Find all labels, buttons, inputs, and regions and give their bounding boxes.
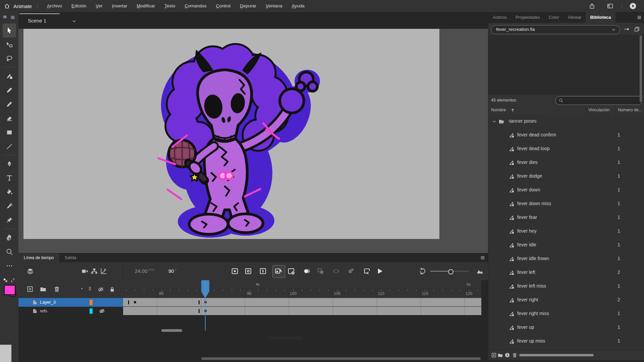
new-folder-button[interactable]: [40, 286, 47, 293]
frames-area[interactable]: [123, 298, 481, 315]
frame-span[interactable]: [201, 307, 481, 315]
zoom-slider-handle[interactable]: [448, 269, 453, 275]
layer-row-Layer_3[interactable]: Layer_3: [18, 298, 123, 307]
library-h-scrollbar-thumb[interactable]: [519, 354, 594, 356]
tool-fluid-brush[interactable]: [3, 69, 16, 83]
frame-span[interactable]: [123, 298, 130, 306]
loop-button[interactable]: [363, 267, 371, 275]
panel-tab-propiedades[interactable]: Propiedades: [511, 12, 544, 23]
library-item-row[interactable]: fever idle frown1: [488, 252, 644, 266]
menu-item-ayuda[interactable]: Ayuda: [287, 0, 309, 12]
stage-canvas[interactable]: [23, 29, 439, 239]
layer-color-swatch[interactable]: [90, 308, 93, 314]
library-item-name[interactable]: fever hey: [517, 228, 537, 234]
frame-span[interactable]: [123, 307, 201, 315]
menu-item-ver[interactable]: Ver: [91, 0, 107, 12]
panel-tab-activos[interactable]: Activos: [488, 12, 511, 23]
library-item-row[interactable]: fever up miss1: [488, 335, 644, 348]
panel-tab-biblioteca[interactable]: Biblioteca: [586, 12, 615, 23]
tool-line[interactable]: [3, 139, 16, 154]
test-movie-icon[interactable]: [629, 2, 637, 10]
layer-row-refs[interactable]: refs: [18, 307, 123, 316]
library-item-name[interactable]: fever up miss: [517, 338, 545, 344]
insert-frame-button[interactable]: [259, 267, 267, 275]
onion-skin-button[interactable]: [303, 267, 311, 275]
auto-keyframe-button[interactable]: [274, 267, 282, 275]
panel-resize-grip[interactable]: [269, 337, 303, 340]
fit-frames-button[interactable]: [476, 267, 484, 275]
library-item-name[interactable]: fever left miss: [517, 283, 546, 289]
tool-free-transform[interactable]: [3, 38, 16, 52]
library-item-name[interactable]: fever up: [517, 324, 534, 330]
layer-color-swatch[interactable]: [90, 300, 93, 305]
tool-zoom[interactable]: [3, 245, 16, 259]
library-item-row[interactable]: fever up1: [488, 321, 644, 335]
tool-hand[interactable]: [3, 231, 16, 245]
library-item-name[interactable]: fever dodge: [517, 173, 542, 179]
frames-h-scrollbar-thumb[interactable]: [161, 329, 182, 332]
tool-pen[interactable]: [3, 157, 16, 171]
tool-eyedropper[interactable]: [3, 199, 16, 213]
menu-item-texto[interactable]: Texto: [160, 0, 180, 12]
fps-value[interactable]: 24.00FPS: [135, 268, 154, 274]
frame-span[interactable]: [130, 298, 201, 306]
delete-button[interactable]: [512, 352, 518, 358]
menu-item-control[interactable]: Control: [211, 0, 235, 12]
library-search-input[interactable]: [555, 96, 642, 105]
outline-view-column-icon[interactable]: [88, 286, 92, 291]
delete-layer-button[interactable]: [53, 286, 60, 293]
scene-name[interactable]: Scene 1: [28, 18, 46, 23]
library-item-row[interactable]: fever hey1: [488, 225, 644, 238]
tool-text[interactable]: [3, 171, 16, 185]
highlight-dot-column-icon[interactable]: [79, 286, 84, 291]
library-item-name[interactable]: fever left: [517, 269, 535, 275]
panel-tab-color[interactable]: Color: [544, 12, 564, 23]
menu-item-comandos[interactable]: Comandos: [180, 0, 211, 12]
zoom-slider-track-right[interactable]: [452, 271, 469, 272]
tools-panel-menu-icon[interactable]: [10, 15, 15, 20]
library-item-row[interactable]: fever left2: [488, 266, 644, 280]
current-frame[interactable]: 90F: [168, 268, 177, 274]
frame-end-marker[interactable]: [128, 300, 129, 304]
folder-name[interactable]: -tanner poses: [508, 118, 537, 124]
frame-span[interactable]: [201, 298, 481, 306]
chevron-down-icon[interactable]: [492, 119, 497, 124]
new-library-panel-icon[interactable]: [634, 26, 640, 32]
menu-item-edicion[interactable]: Edición: [67, 0, 91, 12]
frame-end-marker[interactable]: [199, 300, 200, 304]
library-item-row[interactable]: fever dead confirm1: [488, 128, 644, 142]
pin-library-icon[interactable]: [624, 26, 630, 32]
new-layer-button[interactable]: [26, 286, 34, 293]
parenting-button[interactable]: [91, 267, 98, 275]
library-item-row[interactable]: fever right2: [488, 293, 644, 307]
column-name[interactable]: Nombre: [491, 108, 506, 112]
tool-paint-bucket[interactable]: [3, 185, 16, 199]
library-item-row[interactable]: fever dodge1: [488, 170, 644, 183]
tool-lasso[interactable]: [3, 52, 16, 66]
layer-hidden-eye-slash-icon[interactable]: [99, 308, 105, 314]
timeline-ruler[interactable]: 4s5s859095100105110115120: [123, 280, 481, 298]
paste-special-button[interactable]: [347, 267, 355, 275]
keyframe-dot[interactable]: [134, 301, 136, 303]
library-item-name[interactable]: fever dead loop: [517, 146, 550, 151]
frames-row-Layer_3[interactable]: [123, 298, 481, 307]
menu-item-modificar[interactable]: Modificar: [132, 0, 160, 12]
timeline-tab-l-nea-de-tiempo[interactable]: Línea de tiempo: [18, 253, 59, 262]
tool-selection[interactable]: [3, 23, 16, 38]
document-select[interactable]: fever_recreation.fla: [491, 25, 620, 34]
layer-name[interactable]: Layer_3: [40, 300, 56, 305]
zoom-slider-track[interactable]: [430, 271, 448, 272]
camera-button[interactable]: [81, 267, 89, 275]
tool-pencil[interactable]: [3, 97, 16, 111]
fill-color-swatch[interactable]: [4, 285, 15, 295]
lock-column-icon[interactable]: [109, 286, 115, 293]
graph-button[interactable]: [100, 267, 107, 275]
library-item-row[interactable]: fever down miss1: [488, 197, 644, 211]
folder-button[interactable]: [497, 352, 503, 358]
library-panel-menu-icon[interactable]: [637, 15, 642, 20]
tool-asset-warp[interactable]: [3, 213, 16, 227]
menu-item-archivo[interactable]: Archivo: [42, 0, 67, 12]
reset-zoom-button[interactable]: [419, 267, 427, 275]
column-divider[interactable]: [586, 106, 586, 115]
timeline-tab-salida[interactable]: Salida: [59, 253, 82, 262]
